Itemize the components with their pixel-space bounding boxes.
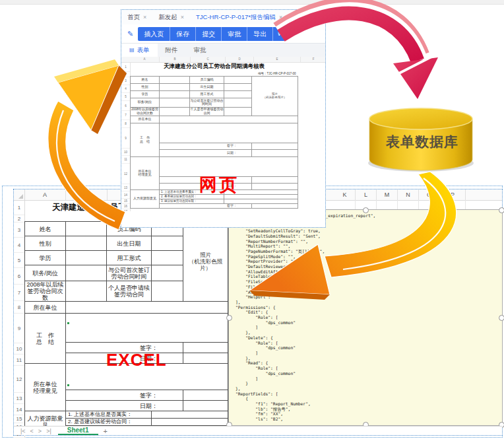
- row-number[interactable]: 16: [121, 204, 130, 209]
- val: [224, 76, 252, 83]
- edit-pencil-icon[interactable]: ✎: [121, 30, 138, 38]
- shape-handle[interactable]: [499, 315, 504, 321]
- row-number[interactable]: 13: [14, 393, 24, 404]
- sign: 日期：: [66, 401, 183, 411]
- close-icon[interactable]: ×: [279, 14, 282, 20]
- row-number[interactable]: 15: [121, 199, 130, 204]
- shape-handle[interactable]: [499, 207, 504, 213]
- tab-home[interactable]: 首页×: [121, 10, 152, 24]
- val: [224, 98, 252, 107]
- column-letter[interactable]: O: [419, 189, 440, 200]
- submit-button[interactable]: 提交: [196, 27, 222, 41]
- val: [224, 199, 298, 203]
- row-number[interactable]: 3: [121, 77, 130, 85]
- row-number[interactable]: 2: [121, 72, 130, 77]
- sheet-nav-button[interactable]: >|: [46, 428, 51, 434]
- export-button[interactable]: 导出: [247, 27, 273, 41]
- row-number[interactable]: 1: [121, 62, 130, 72]
- row-number[interactable]: 2: [14, 215, 24, 222]
- row-number[interactable]: 1: [14, 200, 24, 215]
- row-number[interactable]: 13: [121, 184, 130, 191]
- shape-handle[interactable]: [363, 207, 369, 213]
- row-number[interactable]: 10: [121, 149, 130, 156]
- row-number[interactable]: 7: [14, 285, 24, 301]
- val: [252, 183, 298, 189]
- val: [66, 265, 107, 281]
- row-number[interactable]: 9: [14, 314, 24, 343]
- tab-new[interactable]: 新发起×: [152, 10, 190, 24]
- sheet-nav-button[interactable]: |<: [20, 428, 26, 434]
- row-number[interactable]: 3: [14, 222, 24, 238]
- column-letter[interactable]: P: [440, 189, 466, 200]
- column-letter[interactable]: A: [130, 57, 160, 62]
- close-icon[interactable]: ×: [181, 14, 184, 20]
- row-number[interactable]: 4: [121, 85, 130, 93]
- subtab-attachment[interactable]: 附件: [158, 44, 186, 57]
- row-number[interactable]: 4: [14, 238, 24, 253]
- close-icon[interactable]: ×: [143, 14, 146, 20]
- sheet-nav-button[interactable]: <: [30, 428, 34, 434]
- val: [160, 83, 190, 90]
- row-number[interactable]: 6: [121, 101, 130, 111]
- span: 首页: [127, 13, 140, 22]
- column-letter[interactable]: N: [398, 189, 419, 200]
- export-dropdown-caret[interactable]: ∨: [273, 27, 285, 41]
- save-button[interactable]: 保存: [170, 27, 196, 41]
- column-letter[interactable]: M: [377, 189, 398, 200]
- add-sheet-button[interactable]: +: [98, 427, 113, 435]
- tab-report-edit[interactable]: TJC-HR-CP-P-017*报告编辑×: [190, 10, 288, 24]
- row-number[interactable]: 12: [14, 366, 24, 393]
- insert-page-button[interactable]: 插入页: [138, 27, 170, 41]
- row-number[interactable]: 12: [121, 164, 130, 184]
- row-number[interactable]: 8: [121, 120, 130, 128]
- excel-sheet-tab[interactable]: Sheet1: [58, 426, 98, 435]
- column-letter[interactable]: D: [226, 57, 254, 62]
- row-number[interactable]: 10: [14, 343, 24, 355]
- column-letter[interactable]: F: [301, 57, 325, 62]
- sign: 签字：: [160, 143, 252, 149]
- row-number[interactable]: 7: [121, 111, 130, 120]
- column-letter[interactable]: B: [160, 57, 191, 62]
- subtab-form[interactable]: ▤表单: [121, 44, 158, 57]
- column-letter[interactable]: E: [254, 57, 301, 62]
- row-number[interactable]: 17: [121, 209, 130, 211]
- column-letter[interactable]: B: [66, 189, 108, 200]
- row-number[interactable]: 5: [14, 253, 24, 268]
- row-number[interactable]: 9: [121, 128, 130, 149]
- subtab-approval[interactable]: 审批: [186, 44, 214, 57]
- ellipse: [369, 108, 472, 129]
- val: [160, 123, 298, 143]
- column-letter[interactable]: K: [334, 189, 356, 200]
- row-number[interactable]: 14: [121, 191, 130, 199]
- row-number[interactable]: 8: [14, 301, 24, 314]
- row-number[interactable]: 15: [14, 415, 24, 423]
- lab: 职务/岗位: [25, 265, 66, 281]
- sheet-nav-button[interactable]: >: [38, 428, 42, 434]
- column-letter[interactable]: L: [356, 189, 377, 200]
- web-overlay-label: 网页: [199, 173, 239, 197]
- lab: 工 作 总 结: [131, 123, 160, 156]
- lab: 用工形式: [190, 90, 224, 98]
- database-label: 表单数据库: [363, 133, 482, 151]
- sign: 签字：: [160, 203, 252, 208]
- row-number[interactable]: 6: [14, 268, 24, 285]
- row-number[interactable]: 11: [14, 355, 24, 366]
- row-number[interactable]: 5: [121, 93, 130, 101]
- code-shape[interactable]: "ReportTableName": "dps_contract_expirat…: [228, 209, 503, 426]
- web-column-letters: ABCDEF: [130, 57, 325, 62]
- sign: 日期：: [160, 149, 252, 156]
- approve-button[interactable]: 审批: [222, 27, 247, 41]
- shape-handle[interactable]: [226, 315, 232, 321]
- browser-window: 首页× 新发起× TJC-HR-CP-P-017*报告编辑× ✎ 插入页 保存 …: [121, 9, 326, 228]
- excel-select-all-corner[interactable]: [14, 189, 25, 200]
- web-row-numbers: 123456789101112131415161718: [121, 62, 131, 211]
- polygon: [393, 57, 438, 99]
- column-letter[interactable]: C: [191, 57, 226, 62]
- column-letter[interactable]: A: [24, 189, 66, 200]
- row-number[interactable]: 14: [14, 404, 24, 415]
- row-number[interactable]: 11: [121, 156, 130, 164]
- val: [66, 314, 228, 343]
- polygon: [58, 65, 127, 134]
- diagram-canvas: ABC KLMNOP 1234567891011121314151617 天津建…: [0, 0, 504, 443]
- photo-cell: 照片 （机洗彩色照片）: [183, 222, 228, 302]
